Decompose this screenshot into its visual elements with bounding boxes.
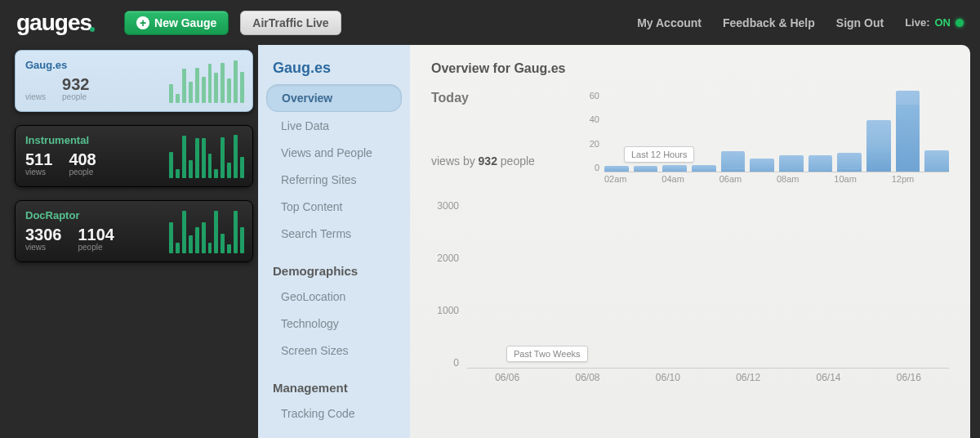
nav-item[interactable]: Search Terms [266,221,402,247]
page-title: Overview for Gaug.es [431,61,949,76]
views-label: views [25,168,52,177]
hour-bar [662,165,687,172]
nav-item[interactable]: Top Content [266,194,402,220]
people-label: people [69,168,96,177]
nav-item[interactable]: Views and People [266,140,402,166]
sparkline [169,134,244,178]
hour-bar [837,153,862,172]
people-label: people [62,92,89,101]
my-account-link[interactable]: My Account [637,16,702,29]
airtraffic-button[interactable]: AirTraffic Live [240,11,341,35]
nav-item[interactable]: GeoLocation [266,284,402,310]
people-number: 408 [69,151,96,168]
people-number: 1104 [78,226,115,243]
hour-bar [634,166,658,172]
live-status[interactable]: Live: ON [905,16,964,29]
live-value: ON [935,16,951,29]
hour-bar [604,166,629,172]
plus-icon: + [136,16,149,29]
views-by-people: views by 932 people [431,154,562,168]
hour-bar [721,151,746,172]
hour-bar [779,155,804,172]
hour-chart-tag: Last 12 Hours [624,146,694,163]
nav-item[interactable]: Screen Sizes [266,337,402,364]
gauge-list: Gaug.esviews932peopleInstrumental511view… [10,45,258,438]
sparkline [169,209,244,253]
nav-section-heading: Demographics [258,248,410,283]
hour-bar [692,165,716,172]
nav-item[interactable]: Tracking Code [266,400,402,427]
hour-bar [808,155,833,172]
biweek-chart-tag: Past Two Weeks [506,346,588,362]
gauge-card[interactable]: Instrumental511views408people [15,125,253,187]
logo[interactable]: gauges [16,10,91,36]
views-label: views [25,92,46,101]
views-by-prefix: views by [431,154,479,168]
hour-chart: 6040200 02am04am06am08am10am12pm Last 12… [578,91,949,189]
people-count: 932 [479,154,497,168]
nav-item[interactable]: Technology [266,311,402,337]
nav-item[interactable]: Overview [266,84,402,112]
hour-bar [896,91,920,172]
today-heading: Today [431,91,562,105]
live-label: Live: [905,16,929,29]
gauge-card[interactable]: Gaug.esviews932people [15,50,253,112]
hour-bar [924,150,949,172]
feedback-link[interactable]: Feedback & Help [723,16,815,29]
sign-out-link[interactable]: Sign Out [836,16,884,29]
views-label: views [25,243,62,252]
gauge-card[interactable]: DocRaptor3306views1104people [15,200,253,262]
new-gauge-label: New Gauge [154,16,216,29]
nav-section-heading: Management [258,364,410,400]
nav-item[interactable]: Referring Sites [266,167,402,193]
views-number: 511 [25,151,52,168]
hour-bar [750,159,774,172]
side-nav: Gaug.es OverviewLive DataViews and Peopl… [258,45,410,438]
biweek-chart: 3000200010000 06/0606/0806/1006/1206/140… [431,200,949,388]
people-number: 932 [62,76,89,92]
views-by-suffix: people [497,154,535,168]
new-gauge-button[interactable]: + New Gauge [124,11,229,35]
sparkline [169,59,244,103]
live-dot-icon [956,19,964,27]
hour-bar [866,120,891,172]
views-number: 3306 [25,226,62,243]
site-name: Gaug.es [258,60,410,83]
people-label: people [78,243,115,252]
content-panel: Overview for Gaug.es Today views by 932 … [410,45,970,438]
nav-item[interactable]: Live Data [266,113,402,139]
